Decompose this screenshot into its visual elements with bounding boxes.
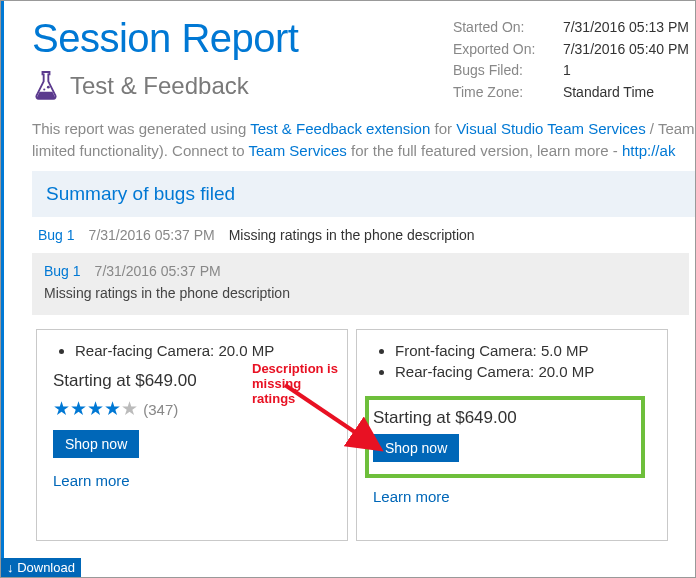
feature-item: Rear-facing Camera: 20.0 MP (395, 361, 651, 382)
rating-count: (347) (143, 401, 178, 418)
intro-text: This report was generated using Test & F… (32, 118, 695, 162)
ext-link[interactable]: Test & Feedback extension (250, 120, 430, 137)
flask-icon (32, 69, 60, 103)
subtitle: Test & Feedback (70, 72, 249, 100)
feature-item: Front-facing Camera: 5.0 MP (395, 340, 651, 361)
session-meta: Started On:7/31/2016 05:13 PM Exported O… (453, 17, 695, 104)
meta-started-val: 7/31/2016 05:13 PM (563, 17, 689, 39)
meta-tz-label: Time Zone: (453, 82, 553, 104)
download-icon: ↓ (7, 560, 14, 575)
annotation-text: Description is missing ratings (252, 362, 348, 407)
svg-point-0 (47, 86, 50, 89)
star-icon: ★ (70, 398, 87, 419)
meta-exported-label: Exported On: (453, 39, 553, 61)
star-icon: ★ (121, 398, 138, 419)
product-card-left: Rear-facing Camera: 20.0 MP Starting at … (36, 329, 348, 541)
bug-summary-row[interactable]: Bug 1 7/31/2016 05:37 PM Missing ratings… (32, 217, 695, 253)
summary-heading: Summary of bugs filed (32, 171, 695, 217)
bug-detail-panel: Bug 1 7/31/2016 05:37 PM Missing ratings… (32, 253, 689, 315)
bug-time: 7/31/2016 05:37 PM (95, 263, 221, 279)
bug-description: Missing ratings in the phone description (44, 285, 677, 301)
svg-point-1 (43, 88, 45, 90)
download-button[interactable]: ↓ Download (1, 558, 81, 577)
star-icon: ★ (87, 398, 104, 419)
learn-more-url[interactable]: http://ak (622, 142, 675, 159)
product-card-right: Front-facing Camera: 5.0 MP Rear-facing … (356, 329, 668, 541)
star-icon: ★ (104, 398, 121, 419)
page-title: Session Report (32, 17, 298, 59)
shop-now-button[interactable]: Shop now (373, 434, 459, 462)
meta-bugs-val: 1 (563, 60, 571, 82)
star-icon: ★ (53, 398, 70, 419)
meta-tz-val: Standard Time (563, 82, 654, 104)
bug-screenshot: Rear-facing Camera: 20.0 MP Starting at … (36, 329, 685, 541)
learn-more-link[interactable]: Learn more (53, 472, 130, 489)
meta-bugs-label: Bugs Filed: (453, 60, 553, 82)
price-text: Starting at $649.00 (373, 408, 651, 428)
meta-exported-val: 7/31/2016 05:40 PM (563, 39, 689, 61)
bug-time: 7/31/2016 05:37 PM (89, 227, 215, 243)
team-services-link[interactable]: Team Services (249, 142, 347, 159)
bug-id-link[interactable]: Bug 1 (44, 263, 81, 279)
meta-started-label: Started On: (453, 17, 553, 39)
bug-id-link[interactable]: Bug 1 (38, 227, 75, 243)
shop-now-button[interactable]: Shop now (53, 430, 139, 458)
learn-more-link[interactable]: Learn more (373, 488, 450, 505)
bug-title: Missing ratings in the phone description (229, 227, 475, 243)
feature-item: Rear-facing Camera: 20.0 MP (75, 340, 331, 361)
vsts-link[interactable]: Visual Studio Team Services (456, 120, 646, 137)
